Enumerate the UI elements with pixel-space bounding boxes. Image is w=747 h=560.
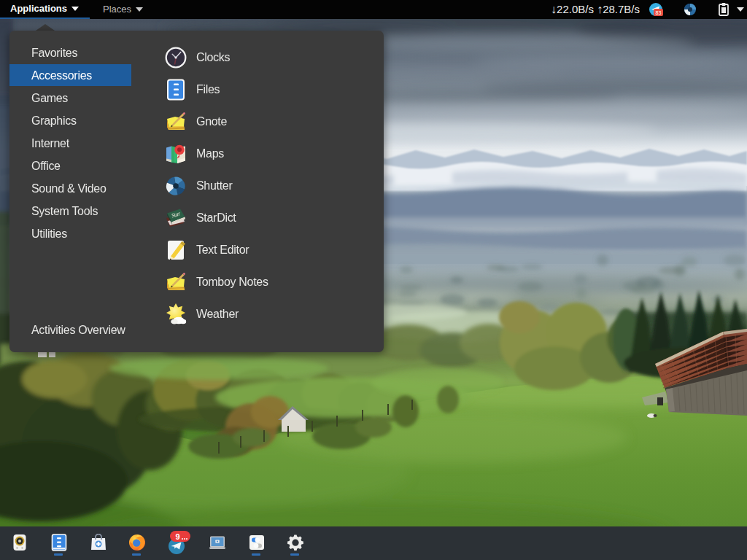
svg-text:9: 9 <box>175 532 179 541</box>
svg-text:83: 83 <box>656 10 662 15</box>
